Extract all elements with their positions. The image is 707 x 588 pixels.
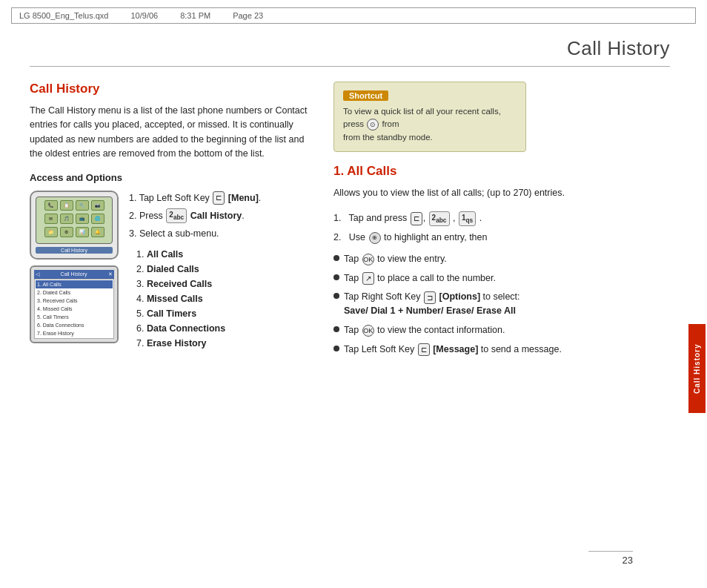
menu-item-4: 5. Call Timers (136, 306, 311, 321)
page-ref-label: Page 23 (233, 11, 263, 20)
menu-list: 1. All Calls 2. Dialed Calls 3. Received… (129, 247, 311, 351)
phone-icon-2: 📋 (60, 200, 73, 211)
page-line (588, 551, 633, 552)
bullet-dot-3 (333, 326, 339, 332)
phone-icon-7: 📺 (76, 214, 89, 224)
menu-item-0: 1. All Calls (136, 247, 311, 262)
step-2: 2. Press 2abc Call History. (129, 208, 311, 224)
page-number-area: 23 (588, 551, 670, 573)
phone-icon-3: 🔧 (76, 200, 89, 211)
shortcut-text-after: from the standby mode. (343, 133, 433, 142)
all-calls-heading: 1. All Calls (333, 164, 670, 179)
menu-item-6: 7. Erase History (136, 336, 311, 351)
shortcut-label: Shortcut (343, 90, 388, 101)
page-title: Call History (0, 24, 707, 66)
right-softkey-icon: ⊏ (411, 212, 422, 225)
phone-icons-row-3: 📁 ⚙ 📊 🔔 (39, 227, 109, 237)
access-options-heading: Access and Options (30, 172, 311, 183)
phone-screen-1: 📞 📋 🔧 📷 ✉ 🎵 📺 🌐 📁 (36, 196, 113, 244)
phone-label-1: Call History (36, 247, 113, 254)
bullet-text-1: Tap ↗ to place a call to the number. (344, 271, 496, 285)
steps-area: 📞 📋 🔧 📷 ✉ 🎵 📺 🌐 📁 (30, 191, 311, 351)
phone-mockup-1: 📞 📋 🔧 📷 ✉ 🎵 📺 🌐 📁 (30, 191, 119, 260)
bullet-dot-1 (333, 274, 339, 280)
phone-mockup-area: 📞 📋 🔧 📷 ✉ 🎵 📺 🌐 📁 (30, 191, 119, 344)
phone-icon-6: 🎵 (60, 214, 73, 224)
sidebar-label: Call History (688, 324, 706, 413)
phone-icon-9: 📁 (44, 227, 58, 237)
right-sidebar: Call History (686, 148, 707, 588)
bullet-item-4: Tap Left Soft Key ⊏ [Message] to send a … (333, 343, 670, 357)
phone-menu-item-3: 4. Missed Calls (36, 305, 113, 313)
filename-label: LG 8500_Eng_Telus.qxd (19, 11, 108, 20)
date-label: 10/9/06 (130, 11, 158, 20)
right-column: Shortcut To view a quick list of all you… (333, 82, 670, 361)
bullet-dot-0 (333, 255, 339, 261)
phone-menu-item-6: 7. Erase History (36, 329, 113, 337)
left-column: Call History The Call History menu is a … (30, 82, 311, 361)
key-1: 1qs (459, 211, 476, 226)
phone-icon-4: 📷 (91, 200, 104, 211)
right-step-1: 1. Tap and press ⊏, 2abc , 1qs . (333, 211, 670, 226)
bullet-item-2: Tap Right Soft Key ⊐ [Options] to select… (333, 290, 670, 318)
shortcut-button-icon: ⊙ (367, 119, 379, 131)
key-2abc: 2abc (166, 208, 187, 223)
phone-menu-title: Call History (61, 271, 87, 277)
options-softkey: ⊐ (424, 291, 436, 304)
menu-item-5: 6. Data Connections (136, 321, 311, 336)
bullet-text-3: Tap OK to view the contact information. (344, 323, 505, 337)
call-btn: ↗ (362, 272, 374, 285)
bullet-text-0: Tap OK to view the entry. (344, 252, 447, 266)
phone-icon-5: ✉ (44, 214, 58, 224)
right-step-2: 2. Use ⊕ to highlight an entry, then (333, 230, 670, 245)
ok-btn-0: OK (362, 254, 374, 265)
phone-icons-row-1: 📞 📋 🔧 📷 (39, 200, 109, 211)
shortcut-box: Shortcut To view a quick list of all you… (333, 82, 526, 152)
phone-menu-item-4: 5. Call Timers (36, 313, 113, 321)
phone-menu-list: 1. All Calls 2. Dialed Calls 3. Received… (34, 279, 114, 340)
phone-menu-header: ◁ Call History ✕ (34, 270, 114, 279)
all-calls-body: Allows you to view the list of all calls… (333, 186, 670, 200)
phone-menu-right-softkey: ✕ (108, 271, 113, 277)
bullet-item-3: Tap OK to view the contact information. (333, 323, 670, 337)
phone-menu-left-softkey: ◁ (36, 271, 39, 277)
phone-menu-item-0: 1. All Calls (36, 280, 113, 288)
step-3: 3. Select a sub-menu. (129, 226, 311, 241)
message-softkey: ⊏ (418, 343, 430, 356)
phone-icon-8: 🌐 (91, 214, 104, 224)
phone-icon-11: 📊 (76, 227, 89, 237)
steps-text: 1. Tap Left Soft Key ⊏ [Menu]. 2. Press … (129, 191, 311, 351)
bullet-text-4: Tap Left Soft Key ⊏ [Message] to send a … (344, 343, 562, 357)
bullet-item-0: Tap OK to view the entry. (333, 252, 670, 266)
phone-menu-item-5: 6. Data Connections (36, 321, 113, 329)
step-1: 1. Tap Left Soft Key ⊏ [Menu]. (129, 191, 311, 205)
softkey-icon-1: ⊏ (213, 191, 225, 205)
shortcut-text: To view a quick list of all your recent … (343, 105, 517, 144)
phone-icon-1: 📞 (44, 200, 58, 211)
bullet-dot-2 (333, 293, 339, 299)
nav-icon: ⊕ (369, 232, 381, 244)
bullet-text-2: Tap Right Soft Key ⊐ [Options] to select… (344, 290, 520, 318)
ok-btn-1: OK (362, 325, 374, 337)
phone-icon-12: 🔔 (91, 227, 104, 237)
bullet-list: Tap OK to view the entry. Tap ↗ to place… (333, 252, 670, 357)
page-number: 23 (623, 555, 633, 566)
key-2: 2abc (429, 211, 450, 226)
main-content: Call History The Call History menu is a … (0, 67, 707, 376)
left-section-heading: Call History (30, 82, 311, 96)
menu-item-2: 3. Received Calls (136, 277, 311, 291)
phone-icons-row-2: ✉ 🎵 📺 🌐 (39, 214, 109, 224)
phone-menu-item-1: 2. Dialed Calls (36, 288, 113, 297)
phone-mockup-2: ◁ Call History ✕ 1. All Calls 2. Dialed … (30, 265, 119, 344)
top-bar: LG 8500_Eng_Telus.qxd 10/9/06 8:31 PM Pa… (11, 7, 696, 24)
phone-icon-10: ⚙ (60, 227, 73, 237)
shortcut-word-from: from (382, 119, 399, 128)
numbered-steps: 1. Tap and press ⊏, 2abc , 1qs . 2. Use … (333, 211, 670, 245)
time-label: 8:31 PM (180, 11, 210, 20)
bullet-item-1: Tap ↗ to place a call to the number. (333, 271, 670, 285)
bullet-dot-4 (333, 346, 339, 351)
left-section-body: The Call History menu is a list of the l… (30, 104, 311, 162)
menu-item-3: 4. Missed Calls (136, 291, 311, 306)
menu-item-1: 2. Dialed Calls (136, 262, 311, 277)
phone-menu-item-2: 3. Received Calls (36, 297, 113, 305)
